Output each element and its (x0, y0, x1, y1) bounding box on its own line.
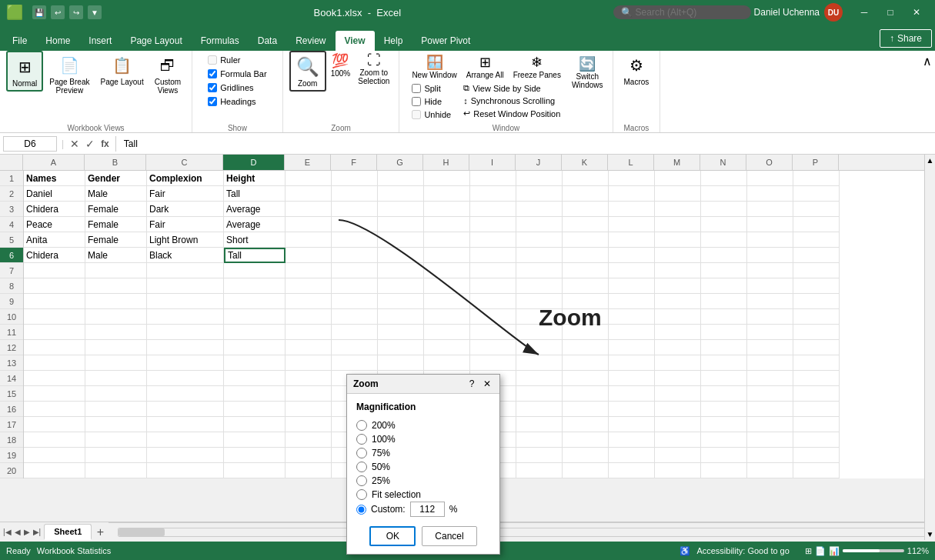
cell-10-col-k[interactable] (563, 309, 609, 325)
corner-cell[interactable] (0, 155, 23, 170)
headings-checkbox[interactable]: Headings (205, 95, 270, 108)
col-header-f[interactable]: F (331, 155, 377, 170)
cell-6-col-m[interactable] (655, 248, 701, 263)
cell-15-col-c[interactable] (147, 386, 224, 402)
cell-18-col-b[interactable] (85, 432, 147, 448)
cell-11-col-h[interactable] (424, 325, 470, 340)
cell-10-col-c[interactable] (147, 309, 224, 325)
cell-3-col-m[interactable] (655, 202, 701, 217)
ok-button[interactable]: OK (369, 526, 416, 546)
cell-10-col-m[interactable] (655, 309, 701, 325)
search-input[interactable] (636, 7, 743, 18)
cell-9-col-h[interactable] (424, 294, 470, 309)
cell-14-col-o[interactable] (747, 371, 793, 386)
cell-16-col-e[interactable] (286, 402, 332, 417)
cell-15-col-m[interactable] (655, 386, 701, 402)
cell-13-col-l[interactable] (609, 355, 655, 371)
cell-4-col-e[interactable] (286, 217, 332, 232)
cell-6-col-n[interactable] (701, 248, 747, 263)
cell-20-col-o[interactable] (747, 463, 793, 478)
cell-4-col-n[interactable] (701, 217, 747, 232)
cell-6-col-a[interactable]: Chidera (24, 248, 85, 263)
cell-8-col-p[interactable] (793, 278, 840, 294)
cell-18-col-c[interactable] (147, 432, 224, 448)
cell-14-col-p[interactable] (793, 371, 840, 386)
cell-19-col-m[interactable] (655, 448, 701, 463)
cell-5-col-c[interactable]: Light Brown (147, 232, 224, 248)
col-header-g[interactable]: G (377, 155, 423, 170)
cell-17-col-k[interactable] (563, 417, 609, 432)
cell-20-col-p[interactable] (793, 463, 840, 478)
cell-9-col-o[interactable] (747, 294, 793, 309)
cell-12-col-o[interactable] (747, 340, 793, 355)
page-layout-view-button[interactable]: 📄 (815, 546, 826, 556)
cell-4-col-d[interactable]: Average (224, 217, 286, 232)
cell-6-col-d[interactable]: Tall (224, 248, 286, 263)
cell-5-col-h[interactable] (424, 232, 470, 248)
cell-19-col-l[interactable] (609, 448, 655, 463)
cell-8-col-c[interactable] (147, 278, 224, 294)
cell-20-col-d[interactable] (224, 463, 286, 478)
cell-12-col-g[interactable] (378, 340, 424, 355)
cell-10-col-i[interactable] (470, 309, 516, 325)
cell-6-col-l[interactable] (609, 248, 655, 263)
cell-2-col-g[interactable] (378, 186, 424, 202)
cell-5-col-m[interactable] (655, 232, 701, 248)
cell-19-col-k[interactable] (563, 448, 609, 463)
cell-4-col-h[interactable] (424, 217, 470, 232)
cell-16-col-d[interactable] (224, 402, 286, 417)
cell-12-col-m[interactable] (655, 340, 701, 355)
cell-8-col-a[interactable] (24, 278, 85, 294)
cell-12-col-f[interactable] (332, 340, 378, 355)
cell-6-col-g[interactable] (378, 248, 424, 263)
cell-8-col-o[interactable] (747, 278, 793, 294)
cell-4-col-l[interactable] (609, 217, 655, 232)
tab-formulas[interactable]: Formulas (192, 31, 249, 51)
row-header-5[interactable]: 5 (0, 232, 23, 248)
cell-5-col-i[interactable] (470, 232, 516, 248)
cell-15-col-p[interactable] (793, 386, 840, 402)
row-header-16[interactable]: 16 (0, 402, 23, 417)
zoom-75-radio[interactable] (356, 448, 367, 458)
col-header-l[interactable]: L (608, 155, 654, 170)
cell-2-col-c[interactable]: Fair (147, 186, 224, 202)
cell-7-col-a[interactable] (24, 263, 85, 278)
cell-2-col-f[interactable] (332, 186, 378, 202)
cell-7-col-o[interactable] (747, 263, 793, 278)
col-header-o[interactable]: O (746, 155, 793, 170)
cell-17-col-n[interactable] (701, 417, 747, 432)
cell-9-col-c[interactable] (147, 294, 224, 309)
cell-10-col-n[interactable] (701, 309, 747, 325)
cell-20-col-a[interactable] (24, 463, 85, 478)
cell-11-col-c[interactable] (147, 325, 224, 340)
zoom-selection-button[interactable]: ⛶ Zoom toSelection (355, 51, 392, 87)
hide-checkbox[interactable]: Hide (409, 95, 454, 108)
cell-13-col-j[interactable] (516, 355, 563, 371)
cell-16-col-o[interactable] (747, 402, 793, 417)
close-button[interactable]: ✕ (904, 0, 929, 25)
freeze-panes-button[interactable]: ❄ Freeze Panes (510, 52, 564, 81)
cell-10-col-b[interactable] (85, 309, 147, 325)
cell-16-col-a[interactable] (24, 402, 85, 417)
cell-7-col-g[interactable] (378, 263, 424, 278)
cell-11-col-f[interactable] (332, 325, 378, 340)
tab-home[interactable]: Home (36, 31, 79, 51)
cell-4-col-c[interactable]: Fair (147, 217, 224, 232)
cell-13-col-p[interactable] (793, 355, 840, 371)
cell-12-col-d[interactable] (224, 340, 286, 355)
cell-13-col-o[interactable] (747, 355, 793, 371)
cell-3-col-i[interactable] (470, 202, 516, 217)
hide-input[interactable] (412, 97, 421, 106)
cell-15-col-e[interactable] (286, 386, 332, 402)
cell-6-col-e[interactable] (286, 248, 332, 263)
row-header-4[interactable]: 4 (0, 217, 23, 232)
row-header-10[interactable]: 10 (0, 309, 23, 325)
cell-1-col-k[interactable] (563, 171, 609, 186)
cell-19-col-d[interactable] (224, 448, 286, 463)
cell-4-col-a[interactable]: Peace (24, 217, 85, 232)
row-header-2[interactable]: 2 (0, 186, 23, 202)
zoom-button[interactable]: 🔍 Zoom (289, 51, 326, 92)
cell-9-col-l[interactable] (609, 294, 655, 309)
cell-19-col-n[interactable] (701, 448, 747, 463)
cell-18-col-p[interactable] (793, 432, 840, 448)
